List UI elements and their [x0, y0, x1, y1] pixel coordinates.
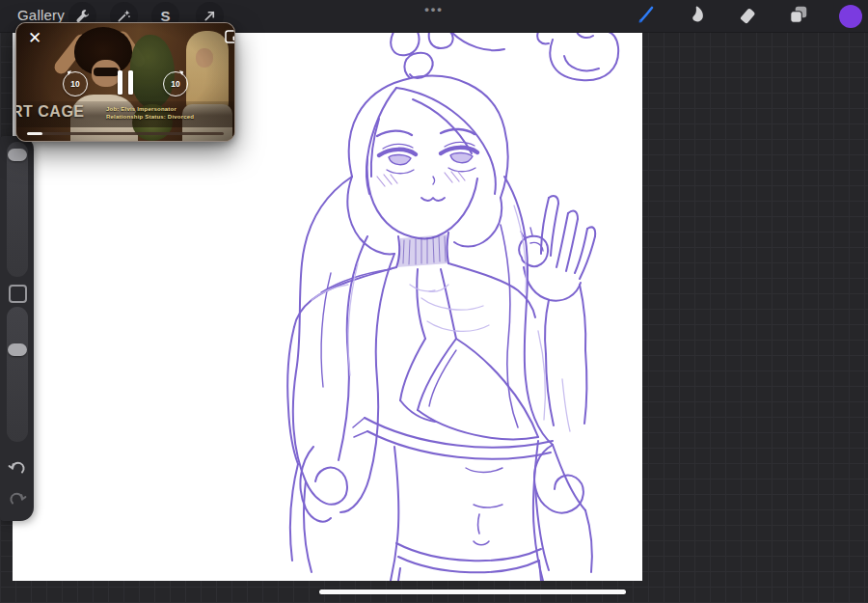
layers-button[interactable]	[785, 3, 812, 30]
opacity-handle[interactable]	[8, 343, 27, 356]
undo-arrow-icon	[6, 456, 29, 480]
color-swatch	[839, 5, 862, 28]
caption-job: Job: Elvis Impersonator	[106, 105, 194, 113]
pip-progress-fill	[27, 132, 42, 135]
paint-tool-button[interactable]	[632, 3, 659, 30]
eraser-icon	[738, 5, 757, 28]
wrench-icon	[75, 9, 90, 23]
layers-icon	[788, 4, 809, 29]
redo-arrow-icon	[6, 487, 29, 510]
skip-back-10-button[interactable]: 10	[63, 71, 88, 96]
redo-button[interactable]	[6, 487, 29, 510]
pip-progress-bar[interactable]	[27, 132, 224, 135]
brush-size-slider[interactable]	[7, 142, 28, 277]
brush-size-handle[interactable]	[8, 149, 27, 161]
magic-wand-icon	[117, 9, 131, 23]
caption-status: Relationship Status: Divorced	[106, 113, 194, 121]
brush-icon	[634, 3, 657, 30]
pause-bar	[128, 70, 133, 95]
caption-name: RT CAGE	[15, 103, 85, 121]
eraser-tool-button[interactable]	[734, 3, 761, 30]
canvas-menu-dots[interactable]: •••	[415, 2, 453, 16]
pip-close-button[interactable]: ✕	[28, 28, 41, 48]
smudge-icon	[687, 5, 706, 28]
pip-video-player[interactable]: ✕ 10 10 RT CAGE Job: Elvis Impersonator …	[15, 22, 235, 142]
undo-button[interactable]	[6, 456, 29, 480]
home-indicator[interactable]	[319, 589, 626, 594]
skip-forward-10-button[interactable]: 10	[163, 71, 188, 96]
gallery-button[interactable]: Gallery	[17, 7, 65, 23]
pause-button[interactable]	[115, 70, 136, 95]
pause-bar	[118, 70, 122, 95]
video-caption-banner: RT CAGE Job: Elvis Impersonator Relation…	[16, 101, 234, 127]
smudge-tool-button[interactable]	[683, 3, 710, 30]
brush-sidebar	[0, 136, 34, 521]
transform-arrow-icon	[203, 9, 217, 23]
opacity-slider[interactable]	[7, 307, 28, 442]
modify-button[interactable]	[9, 285, 27, 303]
color-button[interactable]	[837, 3, 864, 30]
